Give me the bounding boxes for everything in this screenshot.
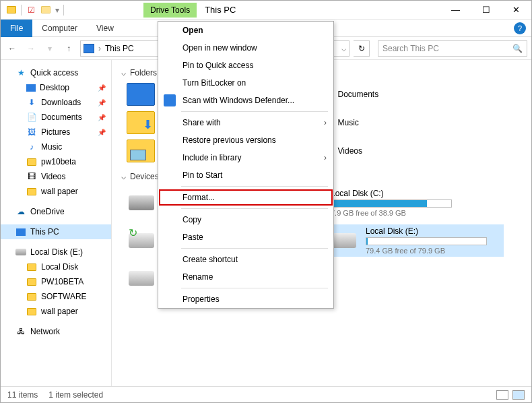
pictures-icon: 🖼	[26, 127, 37, 137]
drive-icon	[129, 264, 157, 286]
minimize-button[interactable]: —	[440, 1, 471, 20]
ctx-pin-quick-access[interactable]: Pin to Quick access	[158, 57, 333, 74]
desktop-icon	[26, 84, 36, 92]
back-button[interactable]: ←	[5, 41, 20, 56]
nav-pictures[interactable]: 🖼Pictures📌	[1, 125, 111, 140]
pin-icon: 📌	[98, 129, 106, 136]
drive-icon	[129, 189, 157, 210]
status-selected-count: 1 item selected	[48, 390, 103, 400]
nav-desktop[interactable]: Desktop📌	[1, 80, 111, 95]
nav-wall-paper[interactable]: wall paper	[1, 184, 111, 199]
nav-quick-access[interactable]: ★Quick access	[1, 65, 111, 80]
drive-name: Local Disk (E:)	[366, 226, 502, 236]
recent-locations-icon[interactable]: ▾	[42, 41, 57, 56]
computer-tab[interactable]: Computer	[32, 20, 87, 37]
drive-free-text: 7.9 GB free of 38.9 GB	[331, 209, 502, 217]
nav-network[interactable]: 🖧Network	[1, 324, 111, 339]
folder-icon	[26, 276, 37, 287]
status-bar: 11 items 1 item selected	[1, 386, 531, 402]
context-menu: Open Open in new window Pin to Quick acc…	[158, 21, 334, 309]
chevron-down-icon: ⌵	[121, 68, 126, 78]
up-button[interactable]: ↑	[61, 41, 76, 56]
star-icon: ★	[15, 67, 26, 78]
folder-icon	[26, 156, 37, 167]
close-button[interactable]: ✕	[501, 1, 531, 20]
drive-e[interactable]: Local Disk (E:) 79.4 GB free of 79.9 GB	[329, 224, 504, 257]
search-icon: 🔍	[512, 44, 523, 53]
submenu-arrow-icon: ›	[324, 118, 327, 127]
drive-tools-tab[interactable]: Drive Tools	[143, 3, 197, 18]
search-input[interactable]: Search This PC 🔍	[378, 40, 527, 57]
navigation-pane: ★Quick access Desktop📌 ⬇Downloads📌 📄Docu…	[1, 60, 112, 386]
nav-pw10beta-caps[interactable]: PW10BETA	[1, 274, 111, 289]
nav-videos[interactable]: 🎞Videos	[1, 169, 111, 184]
refresh-button[interactable]: ↻	[354, 40, 370, 57]
ctx-open-new-window[interactable]: Open in new window	[158, 39, 333, 57]
ctx-include-library[interactable]: Include in library›	[158, 149, 333, 166]
ctx-open[interactable]: Open	[158, 22, 333, 39]
downloads-icon: ⬇	[26, 97, 37, 108]
videos-icon: 🎞	[26, 171, 37, 182]
nav-software[interactable]: SOFTWARE	[1, 289, 111, 304]
ctx-share-with[interactable]: Share with›	[158, 114, 333, 131]
ctx-paste[interactable]: Paste	[158, 228, 333, 246]
drive-capacity-bar	[366, 237, 487, 245]
drive-c[interactable]: Local Disk (C:) 7.9 GB free of 38.9 GB	[329, 187, 504, 219]
file-tab[interactable]: File	[1, 20, 32, 37]
folder-large-icon: ⬇	[127, 111, 155, 134]
view-tab[interactable]: View	[87, 20, 123, 37]
network-icon: 🖧	[15, 326, 26, 337]
status-item-count: 11 items	[7, 390, 38, 400]
onedrive-icon: ☁	[15, 206, 26, 217]
new-folder-icon[interactable]	[40, 5, 51, 16]
drive-icon	[331, 226, 359, 248]
icons-view-button[interactable]	[512, 390, 525, 400]
folder-documents[interactable]: Documents	[338, 83, 523, 106]
nav-music[interactable]: ♪Music	[1, 140, 111, 154]
folder-icon	[26, 306, 37, 317]
ctx-rename[interactable]: Rename	[158, 268, 333, 286]
nav-onedrive[interactable]: ☁OneDrive	[1, 204, 111, 219]
nav-documents[interactable]: 📄Documents📌	[1, 110, 111, 125]
drive-free-text: 79.4 GB free of 79.9 GB	[366, 247, 502, 255]
ctx-defender[interactable]: Scan with Windows Defender...	[158, 92, 333, 109]
ctx-copy[interactable]: Copy	[158, 211, 333, 228]
documents-icon: 📄	[26, 112, 37, 123]
ctx-pin-start[interactable]: Pin to Start	[158, 166, 333, 184]
ctx-format[interactable]: Format...	[158, 189, 333, 206]
nav-downloads[interactable]: ⬇Downloads📌	[1, 95, 111, 110]
nav-this-pc[interactable]: This PC	[1, 224, 111, 239]
ctx-restore-previous[interactable]: Restore previous versions	[158, 131, 333, 149]
window-title: This PC	[197, 5, 244, 15]
music-icon: ♪	[26, 142, 37, 152]
folder-icon	[26, 291, 37, 302]
folder-icon	[6, 5, 17, 16]
folder-large-icon	[127, 140, 155, 162]
nav-pw10beta[interactable]: pw10beta	[1, 154, 111, 169]
maximize-button[interactable]: ☐	[471, 1, 501, 20]
ctx-properties[interactable]: Properties	[158, 290, 333, 308]
disk-icon	[15, 247, 26, 257]
drive-icon: ↻	[129, 226, 157, 248]
drive-capacity-bar	[331, 199, 452, 208]
ctx-bitlocker[interactable]: Turn BitLocker on	[158, 74, 333, 92]
submenu-arrow-icon: ›	[324, 153, 327, 162]
nav-local-disk-e[interactable]: Local Disk (E:)	[1, 245, 111, 259]
pin-icon: 📌	[98, 114, 106, 121]
folder-icon	[26, 186, 37, 197]
folder-large-icon	[127, 83, 155, 106]
folder-music[interactable]: Music	[338, 111, 523, 134]
pc-icon	[15, 226, 26, 237]
forward-button: →	[24, 41, 38, 56]
help-icon[interactable]: ?	[514, 22, 526, 34]
properties-icon[interactable]: ☑	[26, 5, 36, 16]
nav-wall-paper-2[interactable]: wall paper	[1, 304, 111, 319]
nav-local-disk[interactable]: Local Disk	[1, 259, 111, 274]
chevron-down-icon: ⌵	[121, 172, 126, 181]
folder-videos[interactable]: Videos	[338, 140, 523, 162]
shield-icon	[164, 94, 176, 106]
pin-icon: 📌	[98, 99, 106, 106]
details-view-button[interactable]	[496, 390, 508, 400]
pc-icon	[84, 44, 94, 53]
ctx-create-shortcut[interactable]: Create shortcut	[158, 251, 333, 268]
